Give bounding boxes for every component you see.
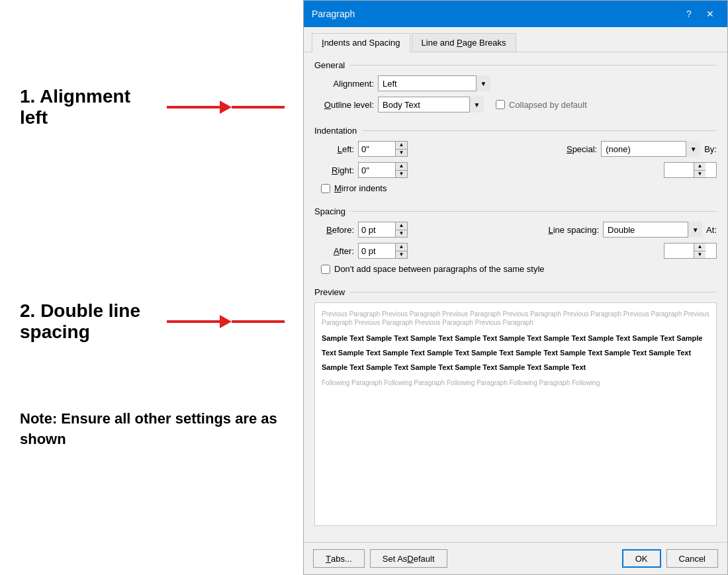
after-spinner[interactable]: ▲ ▼ [358, 243, 408, 259]
annotation-1-text: 1. Alignment left [20, 86, 156, 128]
arrow-2-line [167, 320, 220, 323]
no-space-checkbox[interactable] [321, 265, 330, 274]
mirror-checkbox[interactable] [321, 184, 330, 193]
line-underline: L [548, 225, 553, 235]
mirror-label: Mirror indents [334, 183, 387, 193]
at-spinner[interactable]: ▲ ▼ [664, 243, 717, 259]
before-spinner[interactable]: ▲ ▼ [358, 222, 408, 238]
at-label: At: [706, 225, 717, 235]
set-default-button[interactable]: Set As Default [370, 549, 447, 568]
at-spinner-group: ▲ ▼ [664, 243, 717, 259]
by-up-btn[interactable]: ▲ [694, 163, 705, 171]
indent-right-group: Right: ▲ ▼ [314, 162, 433, 178]
indent-right-input[interactable] [359, 163, 395, 177]
general-section: General Alignment: Left Center Right Jus… [314, 60, 717, 118]
tab-indents-spacing[interactable]: Indents and Spacing [312, 33, 410, 52]
tabs-button[interactable]: Tabs... [313, 549, 365, 568]
indent-right-down-btn[interactable]: ▼ [395, 171, 407, 178]
alignment-select[interactable]: Left Center Right Justified [378, 75, 490, 91]
outline-select-wrapper: Body Text Level 1 Level 2 ▼ [378, 97, 484, 112]
indent-left-down-btn[interactable]: ▼ [395, 150, 407, 157]
indent-left-up-btn[interactable]: ▲ [395, 142, 407, 150]
indent-special-group: Special: (none) First line Hanging ▼ By: [567, 141, 717, 157]
footer-right-buttons: OK Cancel [622, 549, 718, 568]
arrow-2-head [220, 315, 232, 328]
before-underline: B [326, 225, 332, 235]
arrow-1-line [167, 106, 220, 109]
collapsed-label-row: Collapsed by default [496, 100, 587, 110]
annotation-panel: 1. Alignment left 2. Double line spacing… [0, 0, 304, 575]
arrow-1-head [220, 101, 232, 114]
dialog-titlebar: Paragraph ? ✕ [304, 1, 727, 27]
dialog-body: General Alignment: Left Center Right Jus… [304, 52, 727, 542]
at-down-btn[interactable]: ▼ [694, 251, 705, 259]
spacing-after-group: After: ▲ ▼ [314, 243, 433, 259]
before-up-btn[interactable]: ▲ [395, 222, 407, 230]
collapsed-checkbox[interactable] [496, 100, 505, 109]
titlebar-buttons: ? ✕ [680, 6, 719, 22]
tab-indents-underline: I [322, 38, 324, 48]
tab-line-page-breaks[interactable]: Line and Page Breaks [412, 33, 516, 52]
after-label: After: [314, 246, 354, 256]
special-underline: S [567, 144, 572, 154]
outline-select[interactable]: Body Text Level 1 Level 2 [378, 97, 484, 112]
special-select[interactable]: (none) First line Hanging [601, 141, 700, 157]
no-space-row: Don't add space between paragraphs of th… [321, 264, 717, 274]
indent-left-label: Left: [314, 144, 354, 154]
after-underline: A [334, 246, 340, 256]
after-input[interactable] [359, 243, 395, 258]
spacing-section: Spacing Before: ▲ ▼ [314, 206, 717, 279]
after-spinner-btns: ▲ ▼ [395, 243, 407, 258]
by-input-group: ▲ ▼ [664, 162, 717, 178]
indent-right-row: Right: ▲ ▼ ▲ ▼ [314, 162, 717, 178]
line-spacing-select-wrapper: Double Single 1.5 lines At least Exactly… [603, 222, 702, 238]
special-label: Special: [567, 144, 597, 154]
indent-left-spinner-btns: ▲ ▼ [395, 142, 407, 156]
close-button[interactable]: ✕ [701, 6, 719, 22]
spacing-header: Spacing [314, 206, 717, 216]
indent-left-input[interactable] [359, 142, 395, 156]
arrow-1 [167, 101, 285, 114]
indent-left-group: Left: ▲ ▼ [314, 141, 433, 157]
line-spacing-select[interactable]: Double Single 1.5 lines At least Exactly… [603, 222, 702, 238]
preview-prev-text: Previous Paragraph Previous Paragraph Pr… [322, 310, 709, 327]
after-down-btn[interactable]: ▼ [395, 251, 407, 259]
mirror-row: Mirror indents [321, 183, 717, 193]
at-input[interactable] [664, 243, 694, 258]
dialog-footer: Tabs... Set As Default OK Cancel [304, 542, 727, 574]
at-up-btn[interactable]: ▲ [694, 243, 705, 251]
indent-left-row: Left: ▲ ▼ Special: [314, 141, 717, 157]
by-down-btn[interactable]: ▼ [694, 171, 705, 178]
indent-right-spinner[interactable]: ▲ ▼ [358, 162, 408, 178]
preview-sample-text: Sample Text Sample Text Sample Text Samp… [322, 331, 709, 375]
cancel-button[interactable]: Cancel [666, 549, 718, 568]
ok-button[interactable]: OK [622, 549, 661, 568]
tabs-underline: T [326, 554, 331, 564]
help-button[interactable]: ? [680, 6, 698, 22]
before-input[interactable] [359, 222, 395, 237]
outline-label: Outline level: [314, 100, 374, 110]
by-input[interactable] [664, 163, 694, 177]
tab-line-page-breaks-label: Line and Page Breaks [422, 38, 506, 48]
annotation-2: 2. Double line spacing [20, 300, 285, 343]
indent-left-underline: L [338, 144, 342, 154]
general-header: General [314, 60, 717, 70]
indent-right-spinner-btns: ▲ ▼ [395, 163, 407, 177]
preview-following-text: Following Paragraph Following Paragraph … [322, 378, 709, 387]
special-select-wrapper: (none) First line Hanging ▼ [601, 141, 700, 157]
collapsed-label-text: Collapsed by default [509, 100, 587, 110]
before-spinner-btns: ▲ ▼ [395, 222, 407, 237]
by-spinner[interactable]: ▲ ▼ [664, 162, 717, 178]
before-down-btn[interactable]: ▼ [395, 230, 407, 238]
indent-left-spinner[interactable]: ▲ ▼ [358, 141, 408, 157]
alignment-label: Alignment: [314, 79, 374, 89]
spacing-before-row: Before: ▲ ▼ Line spacing: [314, 222, 717, 238]
preview-box: Previous Paragraph Previous Paragraph Pr… [314, 302, 717, 526]
tab-bar: Indents and Spacing Line and Page Breaks [304, 27, 727, 52]
mirror-underline: M [334, 183, 341, 193]
outline-row: Outline level: Body Text Level 1 Level 2… [314, 97, 717, 112]
preview-section: Preview Previous Paragraph Previous Para… [314, 287, 717, 526]
tab-line-underline: P [457, 38, 463, 48]
after-up-btn[interactable]: ▲ [395, 243, 407, 251]
indent-right-up-btn[interactable]: ▲ [395, 163, 407, 171]
